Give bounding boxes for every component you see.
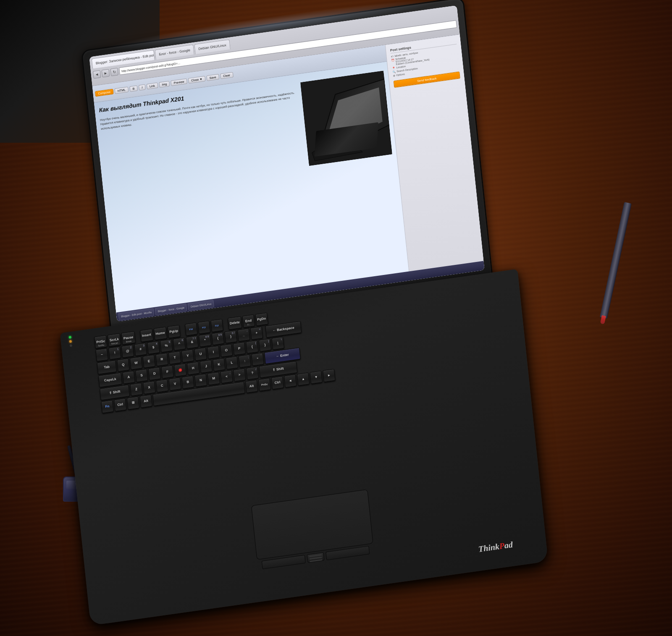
key-o[interactable]: O xyxy=(220,344,233,357)
key-prtsc-bottom[interactable]: PrtSc xyxy=(258,378,271,391)
key-equals[interactable]: += xyxy=(250,327,263,340)
key-b[interactable]: B xyxy=(181,376,194,389)
key-alt-left[interactable]: Alt xyxy=(139,395,152,408)
key-f10-right[interactable]: F10 xyxy=(185,322,198,336)
key-7[interactable]: &7 7 xyxy=(186,335,199,349)
key-up-arrow[interactable]: ▲ xyxy=(297,372,310,386)
key-f11-right[interactable]: F11 xyxy=(197,321,210,334)
key-backslash[interactable]: |\ xyxy=(271,337,284,350)
key-5[interactable]: %5 xyxy=(160,339,173,353)
key-y[interactable]: Y xyxy=(181,349,194,363)
key-pgdn[interactable]: PgDn xyxy=(255,313,268,326)
key-q[interactable]: Q xyxy=(117,359,130,372)
key-windows[interactable]: ⊞ xyxy=(127,396,140,410)
key-t[interactable]: T xyxy=(168,351,181,364)
key-tab[interactable]: Tab xyxy=(97,360,116,374)
html-button[interactable]: HTML xyxy=(114,86,129,94)
back-button[interactable]: ◄ xyxy=(93,70,101,79)
power-light xyxy=(69,336,72,339)
close-all-button[interactable]: Close ▼ xyxy=(188,76,206,84)
key-u[interactable]: U xyxy=(194,348,207,361)
key-bracket-open[interactable]: {[ xyxy=(246,340,259,353)
key-1[interactable]: !1 xyxy=(108,346,121,360)
key-semicolon[interactable]: :; xyxy=(238,354,251,368)
key-f12-right[interactable]: F12 xyxy=(210,319,223,332)
key-quote[interactable]: "' xyxy=(251,353,264,366)
key-period[interactable]: >. xyxy=(233,368,246,382)
options-icon: ⚙ xyxy=(393,74,395,78)
key-3[interactable]: #3 xyxy=(134,343,147,356)
key-tilde[interactable]: ~` xyxy=(95,348,108,361)
key-left-arrow[interactable]: ◄ xyxy=(284,374,297,388)
reload-button[interactable]: ↻ xyxy=(110,68,118,76)
key-w[interactable]: W xyxy=(130,356,143,370)
key-right-arrow[interactable]: ► xyxy=(323,369,336,382)
touchpad-button-middle[interactable] xyxy=(307,552,325,563)
clear-button[interactable]: Clear xyxy=(220,72,234,79)
key-pause[interactable]: PauseBreak xyxy=(121,331,136,345)
key-r[interactable]: R xyxy=(155,353,168,366)
key-bracket-close[interactable]: }] xyxy=(259,338,272,352)
italic-button[interactable]: I xyxy=(139,84,146,91)
key-home[interactable]: Home xyxy=(153,327,167,340)
key-k[interactable]: K xyxy=(213,358,226,372)
key-end[interactable]: End0 ↓ xyxy=(242,314,255,328)
key-prtsc[interactable]: PrtScSysRq xyxy=(94,335,108,348)
compose-button[interactable]: Compose xyxy=(95,89,114,97)
key-8[interactable]: *8 8 xyxy=(199,334,212,347)
key-2[interactable]: @2 xyxy=(121,345,134,358)
labels-icon: 🏷 xyxy=(391,55,394,58)
key-ctrl-right[interactable]: Ctrl xyxy=(271,376,284,390)
image-button[interactable]: Img xyxy=(159,81,170,88)
key-n[interactable]: N xyxy=(194,374,207,387)
thinkpad-article-image xyxy=(300,71,392,166)
key-j[interactable]: J xyxy=(200,360,213,373)
key-6[interactable]: ^6 xyxy=(173,337,186,351)
key-p[interactable]: P xyxy=(233,342,246,356)
tab-3-label: Debian GNU/Linux xyxy=(198,43,226,51)
disk-light xyxy=(70,344,73,347)
save-button[interactable]: Save xyxy=(206,74,219,81)
key-9[interactable]: (9 9 xyxy=(212,332,225,345)
article-image xyxy=(300,71,392,166)
key-l[interactable]: L xyxy=(226,356,239,369)
link-button[interactable]: Link xyxy=(146,83,158,90)
touchpad[interactable] xyxy=(251,489,373,560)
key-scrlk[interactable]: ScrLkNmLk0 xyxy=(108,333,121,347)
key-4[interactable]: $4 xyxy=(147,341,160,354)
schedule-icon: ⏰ xyxy=(391,58,394,62)
key-s[interactable]: S xyxy=(135,369,148,382)
key-e[interactable]: E xyxy=(142,355,155,368)
bold-button[interactable]: B xyxy=(129,85,138,92)
location-text: Location xyxy=(396,65,406,69)
touchpad-button-left[interactable] xyxy=(262,555,306,569)
key-fn[interactable]: Fn xyxy=(101,400,114,414)
key-c[interactable]: C xyxy=(156,379,169,393)
key-capslock[interactable]: CapsLk xyxy=(98,372,122,387)
key-h[interactable]: H xyxy=(187,361,200,375)
battery-light xyxy=(69,340,72,343)
key-slash[interactable]: ?/ xyxy=(246,366,259,380)
taskbar-item-1-label: Blogger - Edit post - Mozilla xyxy=(121,311,152,318)
key-pgup[interactable]: PgUp xyxy=(167,325,181,338)
key-v[interactable]: V xyxy=(168,377,181,391)
preview-button[interactable]: Preview xyxy=(171,79,187,86)
key-down-arrow[interactable]: ▼ xyxy=(310,371,323,384)
key-g[interactable]: G xyxy=(174,364,187,377)
key-minus[interactable]: _- xyxy=(237,328,250,342)
key-x[interactable]: X xyxy=(143,381,156,394)
key-insert[interactable]: Insert xyxy=(140,329,153,342)
key-d[interactable]: D xyxy=(148,367,161,380)
key-i[interactable]: I xyxy=(207,345,220,359)
key-z[interactable]: Z xyxy=(130,383,143,396)
key-ctrl-left[interactable]: Ctrl xyxy=(114,398,127,411)
key-comma[interactable]: <, xyxy=(220,370,233,384)
key-alt-right[interactable]: Alt xyxy=(245,380,258,393)
key-a[interactable]: A xyxy=(122,371,135,384)
forward-button[interactable]: ► xyxy=(102,69,110,77)
key-delete[interactable]: Delete xyxy=(228,316,242,330)
key-0[interactable]: )0 / xyxy=(224,330,237,343)
touchpad-button-right[interactable] xyxy=(326,546,370,560)
key-m[interactable]: M xyxy=(207,372,220,385)
key-f[interactable]: F xyxy=(161,365,174,379)
